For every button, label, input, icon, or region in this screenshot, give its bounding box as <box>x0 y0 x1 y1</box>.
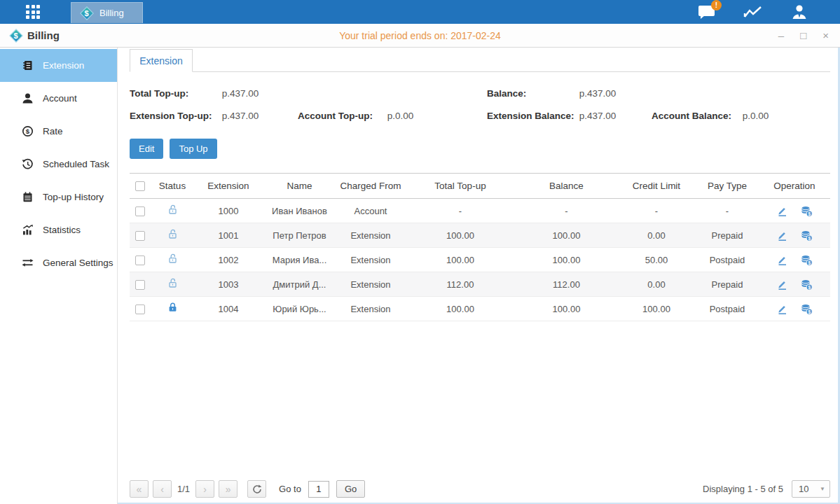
top-up-row-icon[interactable]: $ <box>800 303 813 315</box>
table-row: 1001 Петр Петров Extension 100.00 100.00… <box>130 223 830 248</box>
svg-text:$: $ <box>808 309 811 314</box>
row-checkbox[interactable] <box>135 280 145 290</box>
sidebar-item-topup-history[interactable]: Top-up History <box>0 181 117 214</box>
taskbar-tab-label: Billing <box>99 8 124 18</box>
user-account-icon[interactable] <box>791 4 808 20</box>
goto-label: Go to <box>279 484 301 494</box>
statistics-icon <box>22 224 34 236</box>
total-topup-label: Total Top-up: <box>130 88 219 99</box>
rate-icon: $ <box>22 125 34 137</box>
account-topup-value: p.0.00 <box>387 111 414 121</box>
edit-row-icon[interactable] <box>776 254 788 266</box>
messages-icon[interactable]: ! <box>698 5 715 20</box>
next-page-button[interactable]: › <box>195 480 214 498</box>
taskbar: $ Billing ! <box>0 0 840 24</box>
select-all-checkbox[interactable] <box>135 181 145 191</box>
summary-panel: Total Top-up: p.437.00 Balance: p.437.00… <box>130 88 830 121</box>
unlocked-icon <box>167 204 179 216</box>
sidebar-item-label: Rate <box>43 126 63 136</box>
sidebar-item-general-settings[interactable]: General Settings <box>0 246 117 279</box>
row-checkbox[interactable] <box>135 231 145 241</box>
window-title: Billing <box>27 29 60 41</box>
minimize-icon[interactable]: – <box>778 30 784 41</box>
billing-diamond-icon: $ <box>80 6 93 20</box>
edit-button[interactable]: Edit <box>130 139 163 159</box>
total-topup-field: Total Top-up: p.437.00 <box>130 88 298 99</box>
tab-extension[interactable]: Extension <box>130 49 193 72</box>
edit-row-icon[interactable] <box>776 205 788 217</box>
sidebar-item-extension[interactable]: Extension <box>0 49 117 82</box>
col-charged-from: Charged From <box>336 174 405 199</box>
notification-badge: ! <box>711 0 722 10</box>
sidebar-item-statistics[interactable]: Statistics <box>0 214 117 246</box>
close-icon[interactable]: × <box>822 30 829 41</box>
chevron-down-icon: ▼ <box>820 486 825 492</box>
unlocked-icon <box>167 228 179 240</box>
extension-balance-field: Extension Balance: p.437.00 <box>487 111 652 121</box>
row-checkbox[interactable] <box>135 255 145 265</box>
top-up-row-icon[interactable]: $ <box>800 254 813 266</box>
sidebar-item-label: Statistics <box>43 225 81 235</box>
account-icon <box>22 92 34 104</box>
edit-row-icon[interactable] <box>776 279 788 290</box>
page-size-value: 10 <box>799 484 808 494</box>
pagination-bar: « ‹ 1/1 › » Go to Go Displaying 1 - 5 of… <box>130 480 830 498</box>
sidebar-item-rate[interactable]: $ Rate <box>0 115 117 148</box>
first-page-button[interactable]: « <box>130 480 149 498</box>
app-grid-icon[interactable] <box>26 5 40 19</box>
go-button[interactable]: Go <box>336 480 365 498</box>
maximize-icon[interactable]: □ <box>800 30 806 41</box>
top-up-row-icon[interactable]: $ <box>800 230 813 241</box>
sidebar: Extension Account $ Rate <box>0 48 118 504</box>
edit-row-icon[interactable] <box>776 303 788 315</box>
sidebar-item-label: General Settings <box>43 258 113 268</box>
total-topup-value: p.437.00 <box>222 88 259 99</box>
account-topup-field: Account Top-up: p.0.00 <box>298 111 487 121</box>
general-settings-icon <box>22 257 34 269</box>
balance-field: Balance: p.437.00 <box>487 88 652 99</box>
col-credit-limit: Credit Limit <box>617 174 696 199</box>
top-up-button[interactable]: Top Up <box>170 139 216 159</box>
locked-icon <box>167 302 179 314</box>
goto-page-input[interactable] <box>308 481 329 498</box>
table-header-row: Status Extension Name Charged From Total… <box>130 174 830 199</box>
balance-value: p.437.00 <box>579 88 617 99</box>
taskbar-billing-tab[interactable]: $ Billing <box>71 2 143 23</box>
table-row: 1003 Дмитрий Д... Extension 112.00 112.0… <box>130 272 830 297</box>
extension-topup-field: Extension Top-up: p.437.00 <box>130 111 298 121</box>
statistics-chart-icon[interactable] <box>743 5 763 20</box>
account-balance-value: p.0.00 <box>743 111 769 121</box>
account-balance-label: Account Balance: <box>652 111 740 121</box>
account-topup-label: Account Top-up: <box>298 111 385 121</box>
trial-notice: Your trial period ends on: 2017-02-24 <box>0 30 840 41</box>
window-titlebar: $ Billing Your trial period ends on: 201… <box>0 24 840 48</box>
sidebar-item-account[interactable]: Account <box>0 82 117 115</box>
taskbar-right-icons: ! <box>698 4 808 20</box>
refresh-button[interactable] <box>247 480 266 498</box>
row-checkbox[interactable] <box>135 304 145 314</box>
col-total-topup: Total Top-up <box>405 174 516 199</box>
balance-label: Balance: <box>487 88 577 99</box>
displaying-text: Displaying 1 - 5 of 5 <box>703 484 783 494</box>
tab-strip: Extension <box>130 49 830 72</box>
top-up-row-icon[interactable]: $ <box>800 279 813 290</box>
unlocked-icon <box>167 277 179 289</box>
col-extension: Extension <box>194 174 263 199</box>
page-size-select[interactable]: 10 ▼ <box>792 480 830 498</box>
unlocked-icon <box>167 253 179 265</box>
main-content: Extension Total Top-up: p.437.00 Balance… <box>118 48 840 504</box>
col-name: Name <box>263 174 336 199</box>
top-up-row-icon[interactable]: $ <box>800 205 813 217</box>
last-page-button[interactable]: » <box>219 480 237 498</box>
sidebar-item-label: Extension <box>43 60 84 71</box>
svg-text:$: $ <box>808 211 811 216</box>
sidebar-item-scheduled-task[interactable]: Scheduled Task <box>0 148 117 181</box>
prev-page-button[interactable]: ‹ <box>153 480 172 498</box>
window-controls: – □ × <box>778 30 829 41</box>
sidebar-item-label: Account <box>43 93 77 104</box>
extension-balance-value: p.437.00 <box>579 111 617 121</box>
extension-balance-label: Extension Balance: <box>487 111 577 121</box>
col-pay-type: Pay Type <box>696 174 759 199</box>
row-checkbox[interactable] <box>135 206 145 216</box>
edit-row-icon[interactable] <box>776 230 788 241</box>
